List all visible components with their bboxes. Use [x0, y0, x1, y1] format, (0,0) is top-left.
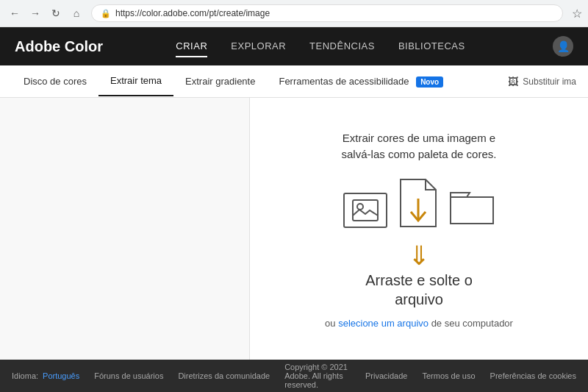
footer-community[interactable]: Diretrizes da comunidade [178, 371, 270, 380]
tab-disco-de-cores[interactable]: Disco de cores [12, 67, 98, 96]
main-content: Extrair cores de uma imagem e salvá-las … [0, 98, 588, 360]
drag-drop-label: ⇓ Arraste e solte o arquivo [365, 243, 473, 309]
footer-terms[interactable]: Termos de uso [422, 371, 475, 380]
footer-copyright: Copyright © 2021 Adobe. All rights reser… [284, 363, 351, 389]
footer-privacy[interactable]: Privacidade [365, 371, 407, 380]
tab-extrair-gradiente[interactable]: Extrair gradiente [173, 67, 267, 96]
upload-area: Extrair cores de uma imagem e salvá-las … [325, 130, 513, 329]
back-button[interactable]: ← [6, 4, 24, 22]
user-avatar[interactable]: 👤 [553, 36, 573, 57]
nav-tendencias[interactable]: TENDÊNCIAS [309, 36, 375, 57]
upload-description: Extrair cores de uma imagem e salvá-las … [342, 130, 497, 163]
nav-bibliotecas[interactable]: BIBLIOTECAS [398, 36, 465, 57]
nav-explorar[interactable]: EXPLORAR [231, 36, 286, 57]
badge-novo: Novo [416, 76, 443, 88]
header-right: 👤 [553, 36, 573, 57]
tabs-bar: Disco de cores Extrair tema Extrair grad… [0, 65, 588, 98]
upload-icons [343, 178, 495, 228]
upload-panel: Extrair cores de uma imagem e salvá-las … [250, 98, 588, 360]
svg-point-1 [357, 204, 363, 210]
svg-rect-0 [353, 200, 378, 221]
footer-forums[interactable]: Fóruns de usuários [94, 371, 163, 380]
folder-icon [449, 187, 495, 228]
footer-cookies[interactable]: Preferências de cookies [490, 371, 576, 380]
left-panel [0, 98, 250, 360]
forward-button[interactable]: → [26, 4, 44, 22]
footer-language: Idioma: Português [12, 371, 79, 380]
url-text: https://color.adobe.com/pt/create/image [115, 8, 553, 18]
drag-text: Arraste e solte o arquivo [365, 271, 473, 309]
file-upload-icon [399, 178, 437, 228]
lock-icon: 🔒 [101, 9, 111, 18]
browser-toolbar: ← → ↻ ⌂ 🔒 https://color.adobe.com/pt/cre… [0, 0, 588, 26]
image-icon [343, 193, 387, 228]
bookmark-button[interactable]: ☆ [572, 7, 582, 21]
refresh-button[interactable]: ↻ [47, 4, 65, 22]
home-button[interactable]: ⌂ [68, 4, 85, 22]
browser-chrome: ← → ↻ ⌂ 🔒 https://color.adobe.com/pt/cre… [0, 0, 588, 27]
select-file-link[interactable]: selecione um arquivo [338, 318, 429, 329]
select-file-text: ou selecione um arquivo de seu computado… [325, 318, 513, 329]
app-nav: CRIAR EXPLORAR TENDÊNCIAS BIBLIOTECAS [88, 36, 553, 57]
footer-lang-label: Idioma: [12, 371, 38, 380]
replace-image-icon: 🖼 [508, 76, 518, 88]
footer-lang-value[interactable]: Português [43, 371, 79, 380]
address-bar[interactable]: 🔒 https://color.adobe.com/pt/create/imag… [91, 4, 563, 22]
replace-image-button[interactable]: 🖼 Substituir ima [508, 76, 576, 88]
app-header: Adobe Color CRIAR EXPLORAR TENDÊNCIAS BI… [0, 27, 588, 65]
tab-extrair-tema[interactable]: Extrair tema [98, 66, 173, 96]
nav-criar[interactable]: CRIAR [176, 36, 207, 57]
footer: Idioma: Português Fóruns de usuários Dir… [0, 360, 588, 392]
tab-ferramentas-acessibilidade[interactable]: Ferramentas de acessibilidade Novo [267, 67, 455, 96]
arrow-down-icon: ⇓ [408, 243, 430, 269]
nav-buttons: ← → ↻ ⌂ [6, 4, 85, 22]
